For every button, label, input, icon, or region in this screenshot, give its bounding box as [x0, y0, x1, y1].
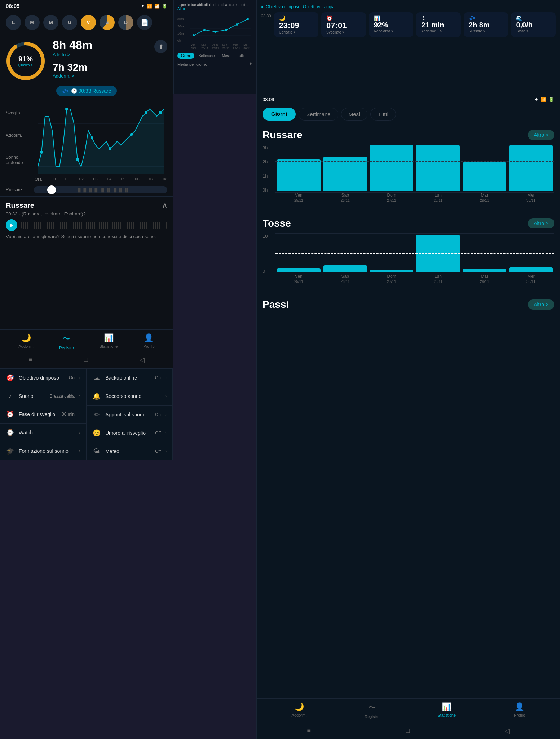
- rp-home-btn[interactable]: □: [398, 725, 417, 736]
- snore-thumb[interactable]: [47, 185, 56, 194]
- settings-appunti[interactable]: ✏ Appunti sul sonno On ›: [87, 406, 172, 424]
- sleep-times: 8h 48m A letto > 7h 32m Addorm. >: [53, 39, 147, 83]
- russare-collapse-icon[interactable]: ∧: [162, 201, 167, 210]
- bar-ven-label: Ven25/11: [294, 193, 303, 203]
- tosse-bar-col-mer: Mer30/11: [509, 233, 553, 284]
- day-btn-s[interactable]: S: [100, 15, 115, 30]
- soccorso-arrow: ›: [165, 394, 167, 399]
- svegliato-label: Svegliato >: [326, 30, 361, 34]
- profilo-icon: 👤: [144, 333, 154, 343]
- fase-arrow: ›: [79, 412, 80, 417]
- rp-profilo-label: Profilo: [514, 713, 525, 717]
- day-btn-g[interactable]: G: [62, 15, 77, 30]
- regolarita-val: 92%: [374, 21, 409, 29]
- day-btn-m1[interactable]: M: [25, 15, 40, 30]
- russare-altro-btn[interactable]: Altro >: [528, 130, 554, 140]
- backup-value: On: [155, 375, 161, 380]
- day-btn-l[interactable]: L: [6, 15, 21, 30]
- fase-label: Fase di risveglio: [19, 411, 57, 417]
- tosse-bar-col-ven: Ven25/11: [277, 233, 321, 284]
- mini-tab-row: Giorni Settimane Mesi Tutti: [174, 51, 256, 60]
- top-middle-panel: …per le tue abitudini prima di andare a …: [173, 0, 256, 94]
- settings-obiettivo[interactable]: 🎯 Obiettivo di riposo On ›: [0, 369, 86, 387]
- settings-formazione[interactable]: 🎓 Formazione sul sonno ›: [0, 442, 86, 460]
- rp-battery-icon: 🔋: [548, 97, 554, 102]
- quality-circle[interactable]: 91% Qualità >: [6, 41, 45, 81]
- bar-mar: [463, 162, 506, 191]
- tosse-bar-ven: [277, 268, 321, 272]
- umore-arrow: ›: [165, 430, 167, 436]
- rp-tab-tutti[interactable]: Tutti: [370, 108, 396, 121]
- tosse-bar-dom-label: Dom27/11: [387, 274, 396, 284]
- stat-block-regolarita[interactable]: 📊 92% Regolarità >: [369, 12, 414, 37]
- tosse-y-axis: 10 0: [263, 233, 275, 284]
- tosse-chart-section: Tosse Altro > 10 0 Ven25/: [257, 212, 560, 287]
- rp-nav-registro[interactable]: 〜 Registro: [365, 702, 379, 719]
- settings-meteo[interactable]: 🌤 Meteo Off ›: [87, 442, 172, 460]
- settings-soccorso[interactable]: 🔔 Soccorso sonno ›: [87, 387, 172, 406]
- share-button[interactable]: ⬆: [154, 40, 167, 53]
- rp-tab-settimane[interactable]: Settimane: [299, 108, 338, 121]
- soccorso-icon: 🔔: [92, 392, 101, 400]
- tosse-bars-area: Ven25/11 Sab26/11 Dom27/11 Lun28/11: [275, 233, 554, 284]
- bar-mar-label: Mar29/11: [480, 193, 489, 203]
- rp-menu-btn[interactable]: ≡: [300, 725, 318, 736]
- day-btn-m2[interactable]: M: [43, 15, 58, 30]
- nav-registro[interactable]: 〜 Registro: [59, 333, 74, 350]
- settings-backup[interactable]: ☁ Backup online On ›: [87, 369, 172, 387]
- tosse-stat-icon: 🌊: [516, 15, 551, 21]
- rp-tab-mesi[interactable]: Mesi: [341, 108, 368, 121]
- rp-back-btn[interactable]: ◁: [497, 725, 517, 736]
- day-btn-doc[interactable]: 📄: [137, 15, 152, 30]
- snore-scrubber[interactable]: Russare ▐▌▐▌▐▌▐▌ ▐▌▐▌ ▐▌▐▌▐▌: [0, 183, 173, 196]
- rp-nav-statistiche[interactable]: 📊 Statistiche: [437, 702, 456, 719]
- time-block-svegliato[interactable]: ⏰ 07:01 Svegliato >: [321, 12, 366, 37]
- mini-tab-settimane[interactable]: Settimane: [196, 53, 218, 59]
- registro-label: Registro: [59, 346, 74, 350]
- settings-suono[interactable]: ♪ Suono Brezza calda ›: [0, 387, 86, 405]
- signal-icon: 📶: [154, 4, 160, 9]
- rp-status-icons: ✦ 📶 🔋: [534, 97, 554, 102]
- obiettivo-icon: 🎯: [6, 374, 14, 382]
- watch-icon: ⌚: [6, 429, 14, 437]
- rp-nav-addorm[interactable]: 🌙 Addorm.: [292, 702, 307, 719]
- top-right-panel: ● Obiettivo di riposo: Obiett. vo raggia…: [256, 0, 560, 94]
- nav-addorm[interactable]: 🌙 Addorm.: [18, 333, 34, 350]
- stat-block-russare[interactable]: 💤 2h 8m Russare >: [464, 12, 508, 37]
- bar-col-mer: Mer30/11: [509, 145, 553, 203]
- settings-fase[interactable]: ⏰ Fase di risveglio 30 min ›: [0, 405, 86, 424]
- nav-profilo[interactable]: 👤 Profilo: [143, 333, 154, 350]
- rp-tab-giorni[interactable]: Giorni: [263, 108, 296, 121]
- snore-track[interactable]: ▐▌▐▌▐▌▐▌ ▐▌▐▌ ▐▌▐▌▐▌: [34, 186, 167, 193]
- suono-arrow: ›: [79, 394, 80, 399]
- day-btn-v[interactable]: V: [81, 15, 96, 30]
- stat-block-tosse[interactable]: 🌊 0,0/h Tosse >: [511, 12, 556, 37]
- time-block-coricato[interactable]: 🌙 23:09 Coricato >: [274, 12, 319, 37]
- formazione-label: Formazione sul sonno: [19, 448, 70, 454]
- mini-tab-giorni[interactable]: Giorni: [177, 53, 194, 59]
- menu-btn[interactable]: ≡: [21, 354, 40, 365]
- rp-nav-profilo[interactable]: 👤 Profilo: [514, 702, 525, 719]
- sleep-chart: Sveglio Addorm. Sonnoprofondo: [0, 102, 173, 175]
- nav-statistiche[interactable]: 📊 Statistiche: [100, 333, 118, 350]
- play-button[interactable]: ▶: [6, 219, 17, 231]
- rp-statistiche-icon: 📊: [442, 702, 451, 712]
- bar-dom: [370, 145, 414, 191]
- mini-tab-tutti[interactable]: Tutti: [234, 53, 247, 59]
- settings-umore[interactable]: 😊 Umore al risveglio Off ›: [87, 424, 172, 442]
- passi-altro-btn[interactable]: Altro >: [528, 299, 554, 310]
- quality-label: Qualità >: [18, 63, 33, 67]
- russare-y-axis: 3h 2h 1h 0h: [263, 145, 275, 203]
- stat-block-addorme[interactable]: ⏱ 21 min Addorme... >: [416, 12, 461, 37]
- back-btn[interactable]: ◁: [132, 354, 152, 365]
- home-btn[interactable]: □: [77, 354, 95, 365]
- day-btn-d[interactable]: D: [118, 15, 133, 30]
- mini-tab-mesi[interactable]: Mesi: [219, 53, 233, 59]
- tosse-bar-mar: [463, 269, 506, 272]
- mini-share-icon[interactable]: ⬆: [249, 62, 252, 66]
- settings-watch[interactable]: ⌚ Watch ›: [0, 424, 86, 442]
- sleep-main-time: 8h 48m: [53, 39, 147, 52]
- rp-status-time: 08:09: [263, 97, 274, 102]
- tosse-altro-btn[interactable]: Altro >: [528, 218, 554, 228]
- y-label-addorm: Addorm.: [6, 133, 35, 138]
